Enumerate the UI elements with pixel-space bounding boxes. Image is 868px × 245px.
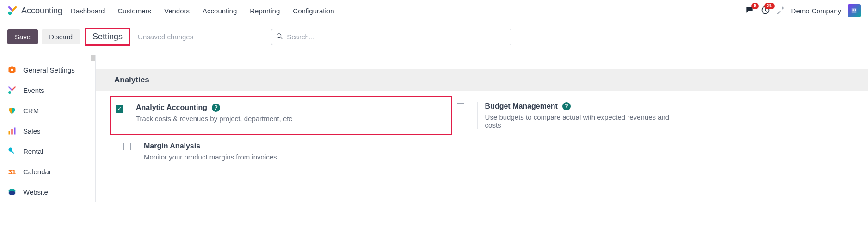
setting-budget-management: Budget Management ? Use budgets to compa… bbox=[452, 96, 795, 135]
scrollbar-thumb[interactable] bbox=[91, 55, 95, 61]
messages-badge: 6 bbox=[751, 3, 759, 9]
settings-sidebar: General Settings Events CRM Sales Rental bbox=[0, 55, 96, 202]
brand[interactable]: Accounting bbox=[7, 6, 62, 16]
sidebar-item-calendar[interactable]: 31 Calendar bbox=[0, 161, 95, 182]
help-icon[interactable]: ? bbox=[562, 102, 571, 110]
clock-icon bbox=[761, 9, 770, 16]
sidebar-item-events[interactable]: Events bbox=[0, 80, 95, 100]
sidebar-item-label: Sales bbox=[23, 127, 41, 135]
sidebar-item-general-settings[interactable]: General Settings bbox=[0, 60, 95, 80]
sidebar-item-label: Rental bbox=[23, 147, 43, 155]
top-nav: Accounting Dashboard Customers Vendors A… bbox=[0, 0, 868, 21]
sidebar-item-label: CRM bbox=[23, 107, 39, 115]
user-avatar[interactable] bbox=[848, 4, 861, 17]
activities-badge: 21 bbox=[764, 3, 774, 9]
section-header-analytics: Analytics bbox=[96, 69, 868, 91]
globe-wave-icon bbox=[7, 187, 17, 196]
action-bar: Save Discard Settings Unsaved changes bbox=[0, 21, 868, 55]
search-icon bbox=[276, 33, 287, 41]
checkbox-margin-analysis[interactable] bbox=[123, 143, 131, 150]
svg-rect-10 bbox=[9, 131, 10, 135]
checkbox-budget-management[interactable] bbox=[457, 103, 464, 110]
brand-name: Accounting bbox=[21, 6, 62, 16]
svg-rect-11 bbox=[11, 129, 12, 135]
search-wrap bbox=[271, 29, 511, 45]
setting-title: Budget Management bbox=[485, 102, 558, 110]
breadcrumb-settings[interactable]: Settings bbox=[85, 28, 130, 46]
svg-point-3 bbox=[852, 9, 854, 11]
search-box[interactable] bbox=[271, 29, 511, 45]
bar-chart-icon bbox=[7, 126, 17, 135]
menu-dashboard[interactable]: Dashboard bbox=[71, 7, 105, 15]
events-icon bbox=[7, 86, 17, 95]
settings-content: Analytics Analytic Accounting ? Track co… bbox=[96, 55, 868, 202]
sidebar-item-label: Website bbox=[23, 188, 48, 196]
speech-bubble-icon bbox=[745, 9, 754, 16]
calendar-icon: 31 bbox=[7, 167, 17, 176]
setting-desc: Use budgets to compare actual with expec… bbox=[485, 113, 679, 129]
settings-grid: Analytic Accounting ? Track costs & reve… bbox=[96, 91, 868, 172]
checkbox-analytic-accounting[interactable] bbox=[116, 105, 123, 113]
tools-button[interactable] bbox=[776, 6, 785, 16]
menu-customers[interactable]: Customers bbox=[117, 7, 151, 15]
menu-accounting[interactable]: Accounting bbox=[203, 7, 237, 15]
top-menu: Dashboard Customers Vendors Accounting R… bbox=[71, 7, 334, 15]
menu-vendors[interactable]: Vendors bbox=[164, 7, 190, 15]
svg-rect-12 bbox=[14, 128, 15, 135]
svg-rect-14 bbox=[11, 150, 14, 154]
setting-title: Margin Analysis bbox=[144, 142, 200, 150]
sidebar-item-rental[interactable]: Rental bbox=[0, 141, 95, 161]
unsaved-indicator: Unsaved changes bbox=[138, 33, 193, 41]
app-logo-icon bbox=[7, 6, 18, 16]
setting-title: Analytic Accounting bbox=[136, 104, 207, 112]
sidebar-item-crm[interactable]: CRM bbox=[0, 100, 95, 121]
menu-configuration[interactable]: Configuration bbox=[293, 7, 334, 15]
divider bbox=[477, 102, 478, 129]
discard-button[interactable]: Discard bbox=[42, 29, 80, 44]
setting-desc: Track costs & revenues by project, depar… bbox=[136, 115, 330, 122]
help-icon[interactable]: ? bbox=[212, 104, 220, 112]
crm-heart-icon bbox=[7, 106, 17, 115]
svg-point-8 bbox=[11, 69, 13, 71]
key-icon bbox=[7, 147, 17, 156]
search-input[interactable] bbox=[287, 33, 506, 41]
company-selector[interactable]: Demo Company bbox=[791, 7, 841, 15]
wrench-icon bbox=[776, 8, 785, 16]
setting-desc: Monitor your product margins from invoic… bbox=[144, 153, 338, 161]
activities-button[interactable]: 21 bbox=[761, 6, 770, 16]
sidebar-item-sales[interactable]: Sales bbox=[0, 121, 95, 141]
sidebar-item-label: Events bbox=[23, 86, 44, 94]
sidebar-item-label: General Settings bbox=[23, 66, 75, 74]
svg-point-9 bbox=[8, 91, 11, 94]
menu-reporting[interactable]: Reporting bbox=[250, 7, 280, 15]
top-right: 6 21 Demo Company bbox=[745, 4, 861, 17]
svg-point-5 bbox=[277, 33, 281, 37]
svg-point-16 bbox=[9, 191, 16, 195]
svg-line-6 bbox=[281, 37, 283, 39]
setting-margin-analysis: Margin Analysis Monitor your product mar… bbox=[110, 135, 452, 167]
setting-analytic-accounting: Analytic Accounting ? Track costs & reve… bbox=[110, 96, 452, 135]
svg-point-4 bbox=[855, 9, 856, 11]
sidebar-item-label: Calendar bbox=[23, 168, 51, 176]
sidebar-item-website[interactable]: Website bbox=[0, 182, 95, 202]
body: General Settings Events CRM Sales Rental bbox=[0, 55, 868, 202]
svg-rect-2 bbox=[852, 8, 857, 13]
save-button[interactable]: Save bbox=[7, 29, 38, 44]
messages-button[interactable]: 6 bbox=[745, 6, 754, 16]
gear-hex-icon bbox=[7, 65, 17, 74]
svg-point-0 bbox=[8, 12, 12, 15]
